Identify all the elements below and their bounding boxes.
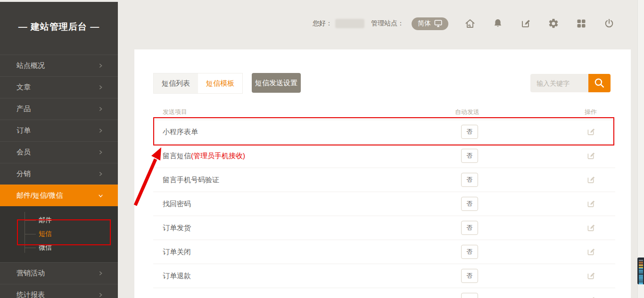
sidebar-item-label: 分销 bbox=[17, 169, 31, 178]
table-row: 留言手机号码验证 否 bbox=[153, 168, 615, 192]
auto-send-toggle-button[interactable]: 否 bbox=[461, 173, 478, 187]
table-row: 订单关闭 否 bbox=[153, 240, 615, 264]
sms-send-settings-button[interactable]: 短信发送设置 bbox=[252, 73, 301, 93]
auto-send-toggle-button[interactable]: 否 bbox=[461, 149, 478, 163]
row-name: 留言短信 bbox=[163, 152, 191, 160]
tab-sms-template[interactable]: 短信模板 bbox=[198, 73, 242, 93]
table-row: 找回密码 否 bbox=[153, 192, 615, 216]
sidebar-item-label: 邮件/短信/微信 bbox=[17, 191, 63, 200]
row-name: 订单退款 bbox=[163, 272, 191, 280]
sms-template-table: 发送项目 自动发送 操作 小程序表单 否 留言短信(管理员手机接收) 否 留言手… bbox=[153, 107, 615, 298]
sidebar-item-label: 站点概况 bbox=[17, 61, 45, 70]
search-input[interactable] bbox=[530, 74, 588, 92]
meter-stripe bbox=[639, 260, 643, 261]
sidebar-item-articles[interactable]: 文章 bbox=[0, 76, 118, 98]
sidebar-subitem-wechat[interactable]: 微信 bbox=[0, 241, 118, 254]
table-row-partial bbox=[153, 288, 615, 298]
table-row: 小程序表单 否 bbox=[153, 120, 615, 144]
edit-compose-icon[interactable] bbox=[586, 151, 596, 161]
sidebar-subitem-sms[interactable]: 短信 bbox=[0, 227, 118, 241]
sidebar-item-distribution[interactable]: 分销 bbox=[0, 163, 118, 185]
chevron-right-icon bbox=[98, 128, 104, 134]
column-header-send-item: 发送项目 bbox=[163, 108, 187, 116]
language-label: 简体 bbox=[418, 19, 431, 28]
sidebar-item-members[interactable]: 会员 bbox=[0, 141, 118, 163]
manage-site-label: 管理站点： bbox=[371, 19, 404, 28]
search-icon bbox=[594, 77, 605, 89]
row-name: 订单发货 bbox=[163, 224, 191, 232]
sidebar-item-products[interactable]: 产品 bbox=[0, 98, 118, 120]
auto-send-toggle-button[interactable]: 否 bbox=[461, 245, 478, 259]
search-button[interactable] bbox=[588, 74, 611, 92]
auto-send-toggle-button[interactable]: 否 bbox=[461, 125, 478, 139]
auto-send-toggle-button[interactable]: 否 bbox=[461, 221, 478, 235]
tab-group: 短信列表 短信模板 bbox=[153, 73, 243, 94]
meter-stripes-yellow bbox=[639, 265, 643, 268]
sidebar-item-mail-sms-wechat[interactable]: 邮件/短信/微信 bbox=[0, 185, 118, 206]
row-name-suffix: (管理员手机接收) bbox=[191, 152, 245, 160]
column-header-operation: 操作 bbox=[585, 108, 597, 116]
subitem-label: 短信 bbox=[39, 230, 52, 238]
chevron-right-icon bbox=[98, 106, 104, 112]
edit-compose-icon[interactable] bbox=[586, 223, 596, 233]
sidebar-item-label: 营销活动 bbox=[17, 269, 45, 278]
scrollbar-track[interactable] bbox=[637, 0, 644, 298]
chevron-down-icon bbox=[98, 193, 104, 199]
main-panel: 短信列表 短信模板 短信发送设置 发送项目 自动发送 操作 小程序表单 否 bbox=[134, 49, 631, 298]
row-name: 小程序表单 bbox=[163, 128, 198, 136]
auto-send-toggle-button[interactable]: 否 bbox=[461, 269, 478, 283]
apps-grid-icon[interactable] bbox=[576, 18, 587, 29]
table-row: 留言短信(管理员手机接收) 否 bbox=[153, 144, 615, 168]
edit-compose-icon[interactable] bbox=[586, 271, 596, 281]
search-box bbox=[530, 74, 611, 92]
sidebar-item-label: 文章 bbox=[17, 83, 31, 92]
row-name: 订单关闭 bbox=[163, 248, 191, 256]
language-site-badge[interactable]: 简体 bbox=[412, 17, 448, 30]
sidebar-menu: 站点概况 文章 产品 订单 会员 分销 bbox=[0, 55, 118, 298]
table-header: 发送项目 自动发送 操作 bbox=[153, 107, 615, 120]
edit-compose-icon[interactable] bbox=[586, 199, 596, 209]
sidebar-item-reports[interactable]: 统计报表 bbox=[0, 284, 118, 298]
home-icon[interactable] bbox=[464, 18, 476, 29]
sidebar-item-marketing[interactable]: 营销活动 bbox=[0, 262, 118, 284]
row-name: 留言手机号码验证 bbox=[163, 176, 219, 184]
tab-sms-list[interactable]: 短信列表 bbox=[154, 73, 198, 93]
page: — 建站管理后台 — 站点概况 文章 产品 订单 会员 bbox=[0, 0, 644, 298]
table-row: 订单发货 否 bbox=[153, 216, 615, 240]
bell-icon[interactable] bbox=[492, 18, 504, 29]
edit-compose-icon[interactable] bbox=[586, 295, 596, 298]
redacted-username bbox=[335, 19, 364, 28]
sidebar-item-label: 产品 bbox=[17, 105, 31, 113]
header-icons bbox=[464, 18, 615, 29]
gear-icon[interactable] bbox=[548, 18, 559, 29]
sidebar-item-label: 会员 bbox=[17, 148, 31, 157]
chevron-right-icon bbox=[98, 171, 104, 177]
subitem-label: 微信 bbox=[39, 243, 52, 252]
chevron-right-icon bbox=[98, 270, 104, 276]
chevron-right-icon bbox=[98, 63, 104, 69]
row-name: 找回密码 bbox=[163, 200, 191, 208]
sidebar: — 建站管理后台 — 站点概况 文章 产品 订单 会员 bbox=[0, 2, 118, 298]
table-row: 订单退款 否 bbox=[153, 264, 615, 288]
top-header: 您好： 管理站点： 简体 bbox=[118, 0, 644, 47]
auto-send-toggle-button[interactable]: 否 bbox=[461, 197, 478, 211]
edit-compose-icon[interactable] bbox=[586, 247, 596, 257]
monitor-icon bbox=[434, 20, 442, 27]
meter-stripes-orange bbox=[639, 262, 643, 265]
audio-meter-widget[interactable] bbox=[637, 258, 644, 284]
auto-send-toggle-button[interactable] bbox=[461, 293, 478, 298]
chevron-right-icon bbox=[98, 149, 104, 155]
sidebar-item-orders[interactable]: 订单 bbox=[0, 120, 118, 141]
sidebar-item-label: 统计报表 bbox=[17, 290, 45, 298]
subitem-label: 邮件 bbox=[39, 216, 52, 225]
sidebar-item-site-overview[interactable]: 站点概况 bbox=[0, 55, 118, 76]
chevron-right-icon bbox=[98, 292, 104, 298]
edit-compose-icon[interactable] bbox=[586, 175, 596, 185]
power-icon[interactable] bbox=[603, 18, 615, 29]
sidebar-subitem-mail[interactable]: 邮件 bbox=[0, 213, 118, 227]
chevron-right-icon bbox=[98, 84, 104, 90]
compose-icon[interactable] bbox=[520, 18, 531, 29]
sidebar-item-label: 订单 bbox=[17, 126, 31, 135]
edit-compose-icon[interactable] bbox=[586, 127, 596, 137]
app-title: — 建站管理后台 — bbox=[0, 21, 118, 33]
